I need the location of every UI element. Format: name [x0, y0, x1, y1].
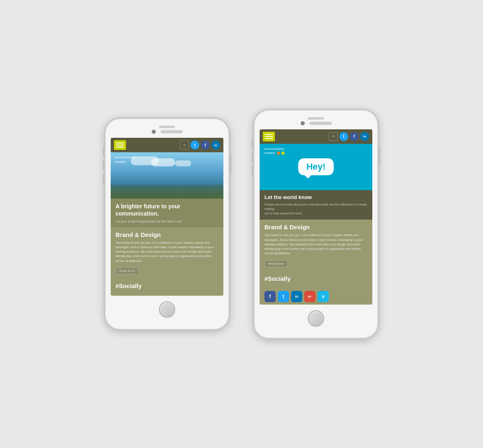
read-more-button-1[interactable]: Read More — [116, 268, 139, 274]
power-button-2[interactable] — [378, 146, 380, 166]
logo-circles-2 — [277, 151, 285, 155]
let-world-title: Let the world know — [264, 194, 367, 200]
menu-line-4 — [265, 134, 273, 135]
brand-section-1: Brand & Design Your brand is who you are… — [111, 227, 223, 278]
let-world-text2: Let us help spread the word. — [264, 211, 367, 216]
power-button[interactable] — [229, 154, 231, 174]
menu-line-6 — [265, 138, 273, 139]
phone-2: ✉ t f in environmental creative — [254, 110, 378, 339]
menu-line-3 — [116, 147, 124, 147]
home-button-2[interactable] — [308, 310, 324, 326]
logo-line1-2: environmental — [264, 147, 284, 151]
hey-bubble: Hey! — [298, 158, 334, 175]
beach-area — [111, 185, 223, 199]
facebook-social-icon[interactable]: f — [264, 291, 276, 302]
phone-1: ✉ t f in environmental creative — [105, 118, 229, 330]
linkedin-nav-icon-2[interactable]: in — [360, 132, 369, 141]
logo-line1: environmental — [115, 156, 135, 160]
socially-title-1: #Socially — [116, 282, 219, 289]
vimeo-social-icon[interactable]: v — [318, 291, 329, 302]
phone-bottom-1 — [111, 301, 223, 317]
hero-image-1: environmental creative — [111, 152, 223, 199]
phone-top-1 — [111, 126, 223, 134]
menu-line-1 — [116, 143, 124, 143]
cloud-3 — [131, 156, 159, 165]
brand-title-2: Brand & Design — [264, 224, 367, 230]
menu-line-2 — [116, 145, 124, 145]
brand-title-1: Brand & Design — [116, 231, 219, 238]
menu-line-5 — [265, 136, 273, 137]
nav-icons-2: ✉ t f in — [329, 132, 369, 141]
logo-circle-orange-2 — [277, 151, 280, 155]
read-more-button-2[interactable]: Read More — [264, 260, 288, 267]
hero-logo-1: environmental creative — [115, 156, 135, 164]
socially-section-1: #Socially — [111, 278, 223, 296]
front-camera — [152, 130, 156, 134]
socially-title-2: #Socially — [264, 275, 367, 282]
let-world-text1: People need to know about your important… — [264, 202, 367, 212]
home-button-1[interactable] — [159, 301, 175, 317]
front-camera-2 — [301, 121, 305, 125]
earpiece-2 — [310, 122, 332, 125]
hamburger-menu-1[interactable] — [114, 140, 126, 150]
twitter-nav-icon-2[interactable]: t — [339, 132, 348, 141]
hey-text: Hey! — [306, 162, 326, 172]
cloud-2 — [175, 160, 191, 166]
email-nav-icon-2[interactable]: ✉ — [329, 132, 338, 141]
linkedin-social-icon[interactable]: in — [291, 291, 302, 302]
brand-text-2: Your brand is who you are, it is a refle… — [264, 233, 367, 255]
socially-section-2: #Socially — [260, 271, 372, 288]
navbar-2: ✉ t f in — [260, 129, 372, 144]
nav-icons-1: ✉ t f in — [180, 141, 220, 149]
facebook-nav-icon[interactable]: f — [201, 141, 210, 149]
hero-tagline-1: A brighter future to your communication. — [116, 203, 219, 217]
twitter-social-icon[interactable]: t — [278, 291, 289, 302]
navbar-1: ✉ t f in — [111, 138, 223, 152]
brand-text-1: Your brand is who you are, it is a refle… — [116, 241, 219, 263]
linkedin-nav-icon[interactable]: in — [211, 141, 220, 149]
screen-2: ✉ t f in environmental creative — [260, 129, 372, 305]
twitter-nav-icon[interactable]: t — [190, 141, 199, 149]
hero-image-2: environmental creative Hey! — [260, 144, 372, 190]
phone-bottom-2 — [260, 310, 372, 326]
facebook-nav-icon-2[interactable]: f — [350, 132, 359, 141]
brand-section-2: Brand & Design Your brand is who you are… — [260, 220, 372, 271]
top-speaker — [159, 126, 175, 128]
screen-1: ✉ t f in environmental creative — [111, 138, 223, 296]
googleplus-social-icon[interactable]: g+ — [304, 291, 316, 302]
camera-row-2 — [260, 121, 372, 125]
hero-sub-1: Let your project/organisation be the bes… — [116, 220, 219, 223]
tagline-section-1: A brighter future to your communication.… — [111, 199, 223, 227]
hero-logo-2: environmental creative — [264, 147, 285, 156]
top-speaker-2 — [308, 117, 324, 120]
logo-line2: creative — [115, 160, 135, 164]
social-icons-row: f t in g+ v — [260, 288, 372, 305]
phone-top-2 — [260, 117, 372, 125]
logo-circle-green-2 — [281, 151, 285, 155]
logo-line2-2: creative — [264, 151, 285, 155]
hamburger-menu-2[interactable] — [263, 132, 275, 141]
email-nav-icon[interactable]: ✉ — [180, 141, 189, 149]
let-world-section: Let the world know People need to know a… — [260, 190, 372, 220]
earpiece — [161, 130, 183, 133]
phone-shell-1: ✉ t f in environmental creative — [105, 118, 229, 330]
phone-shell-2: ✉ t f in environmental creative — [254, 110, 378, 339]
camera-row — [111, 130, 223, 134]
